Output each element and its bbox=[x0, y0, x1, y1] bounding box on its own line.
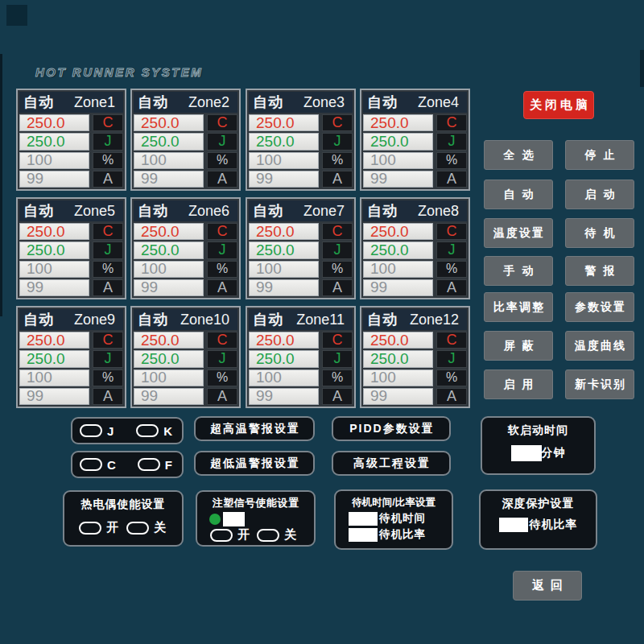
high-temp-alarm-settings-button[interactable]: 超高温警报设置 bbox=[194, 416, 315, 441]
zone-panel-zone11[interactable]: 自动Zone11250.0C250.0J100%99A bbox=[246, 306, 356, 408]
start-button[interactable]: 启动 bbox=[565, 180, 634, 209]
zone-value: 99 bbox=[363, 279, 433, 296]
zone-value: 99 bbox=[19, 279, 89, 296]
zone-row: 99A bbox=[19, 388, 123, 405]
zone-panel-zone9[interactable]: 自动Zone9250.0C250.0J100%99A bbox=[16, 306, 126, 408]
low-temp-alarm-settings-button[interactable]: 超低温警报设置 bbox=[194, 451, 315, 476]
soft-start-minutes-input[interactable] bbox=[511, 445, 542, 461]
standby-ratio-input[interactable] bbox=[349, 528, 378, 542]
zone-unit: J bbox=[207, 133, 237, 150]
zone-row: 250.0J bbox=[19, 133, 123, 150]
zone-name-label: Zone6 bbox=[188, 203, 229, 220]
temp-unit-c-radio[interactable]: C bbox=[80, 458, 116, 472]
zone-value: 250.0 bbox=[249, 332, 319, 349]
shield-button[interactable]: 屏蔽 bbox=[484, 331, 553, 361]
parameter-settings-button[interactable]: 参数设置 bbox=[565, 292, 634, 322]
new-card-recognition-button[interactable]: 新卡识别 bbox=[565, 369, 634, 399]
radio-oval-icon bbox=[257, 529, 279, 542]
advanced-engineering-settings-button[interactable]: 高级工程设置 bbox=[332, 451, 451, 476]
standby-settings-title: 待机时间/比率设置 bbox=[336, 491, 452, 510]
zone-row: 250.0C bbox=[134, 223, 237, 240]
zone-panel-zone6[interactable]: 自动Zone6250.0C250.0J100%99A bbox=[130, 197, 241, 299]
zone-row: 99A bbox=[363, 388, 467, 405]
zone-row: 250.0J bbox=[249, 350, 353, 367]
left-edge-decoration bbox=[0, 54, 2, 316]
zone-value: 100 bbox=[19, 152, 89, 169]
auto-button[interactable]: 自动 bbox=[484, 180, 553, 209]
zone-row: 99A bbox=[19, 171, 123, 188]
zone-unit: C bbox=[207, 114, 237, 131]
zone-row: 250.0C bbox=[19, 114, 123, 131]
zone-panel-zone10[interactable]: 自动Zone10250.0C250.0J100%99A bbox=[130, 306, 241, 408]
select-all-button[interactable]: 全选 bbox=[484, 140, 553, 170]
manual-button[interactable]: 手动 bbox=[484, 256, 553, 286]
zone-panel-zone1[interactable]: 自动Zone1250.0C250.0J100%99A bbox=[16, 89, 126, 191]
ratio-adjust-button[interactable]: 比率调整 bbox=[484, 292, 553, 322]
zone-panel-zone8[interactable]: 自动Zone8250.0C250.0J100%99A bbox=[360, 197, 470, 299]
thermocouple-on-radio[interactable]: 开 bbox=[79, 520, 118, 535]
zone-unit: % bbox=[322, 152, 353, 169]
temp-unit-c-label: C bbox=[107, 458, 116, 472]
radio-oval-icon bbox=[136, 424, 159, 437]
zone-value: 250.0 bbox=[19, 223, 89, 240]
zone-row: 100% bbox=[19, 152, 123, 169]
depth-protection-ratio-label: 待机比率 bbox=[530, 518, 578, 532]
injection-signal-off-label: 关 bbox=[284, 527, 296, 543]
zone-unit: C bbox=[207, 223, 237, 240]
zone-unit: J bbox=[436, 242, 467, 258]
zone-name-label: Zone4 bbox=[418, 94, 459, 111]
zone-mode-label: 自动 bbox=[253, 93, 283, 112]
pidd-parameter-settings-button[interactable]: PIDD参数设置 bbox=[332, 416, 451, 441]
thermo-type-j-radio[interactable]: J bbox=[80, 424, 114, 438]
return-button[interactable]: 返回 bbox=[513, 571, 582, 601]
zone-unit: J bbox=[93, 133, 123, 150]
zone-value: 100 bbox=[249, 261, 319, 278]
zone-value: 99 bbox=[134, 171, 204, 188]
depth-protection-ratio-input[interactable] bbox=[499, 518, 528, 532]
zone-value: 100 bbox=[363, 152, 433, 169]
zone-panel-zone2[interactable]: 自动Zone2250.0C250.0J100%99A bbox=[130, 89, 241, 191]
zone-row: 250.0J bbox=[134, 242, 237, 258]
zone-value: 250.0 bbox=[363, 332, 433, 349]
stop-button[interactable]: 停止 bbox=[565, 140, 634, 170]
zone-panel-zone4[interactable]: 自动Zone4250.0C250.0J100%99A bbox=[360, 89, 470, 191]
zone-value: 250.0 bbox=[19, 242, 89, 258]
standby-button[interactable]: 待机 bbox=[565, 218, 634, 248]
zone-panel-zone12[interactable]: 自动Zone12250.0C250.0J100%99A bbox=[360, 306, 470, 408]
standby-time-ratio-panel: 待机时间/比率设置 待机时间 待机比率 bbox=[334, 489, 453, 550]
injection-signal-on-label: 开 bbox=[237, 527, 250, 543]
zone-panel-zone3[interactable]: 自动Zone3250.0C250.0J100%99A bbox=[246, 89, 356, 191]
zone-row: 250.0C bbox=[249, 332, 353, 349]
injection-signal-on-radio[interactable]: 开 bbox=[210, 527, 250, 543]
zone-name-label: Zone1 bbox=[74, 94, 115, 111]
zone-unit: J bbox=[436, 133, 467, 150]
thermocouple-off-radio[interactable]: 关 bbox=[126, 520, 166, 535]
injection-signal-off-radio[interactable]: 关 bbox=[257, 527, 296, 543]
zone-row: 250.0J bbox=[249, 242, 353, 258]
zone-value: 250.0 bbox=[19, 133, 89, 150]
zone-row: 100% bbox=[363, 152, 467, 169]
alarm-button[interactable]: 警报 bbox=[565, 256, 634, 286]
zone-value: 99 bbox=[363, 171, 433, 188]
zone-panel-zone5[interactable]: 自动Zone5250.0C250.0J100%99A bbox=[16, 197, 126, 299]
zone-header: 自动Zone2 bbox=[134, 92, 237, 113]
thermocouple-on-label: 开 bbox=[106, 520, 118, 535]
temperature-curve-button[interactable]: 温度曲线 bbox=[565, 331, 634, 361]
injection-signal-status-indicator-icon bbox=[209, 514, 221, 525]
zone-unit: C bbox=[322, 223, 353, 240]
zone-row: 250.0C bbox=[134, 114, 237, 131]
zone-unit: % bbox=[322, 261, 353, 278]
zone-row: 99A bbox=[249, 388, 353, 405]
enable-button[interactable]: 启用 bbox=[484, 369, 553, 399]
standby-time-input[interactable] bbox=[349, 512, 378, 526]
temperature-settings-button[interactable]: 温度设置 bbox=[484, 218, 553, 248]
shutdown-computer-button[interactable]: 关闭电脑 bbox=[523, 91, 594, 119]
zone-name-label: Zone5 bbox=[74, 203, 115, 220]
injection-signal-input[interactable] bbox=[223, 512, 245, 526]
thermo-type-k-radio[interactable]: K bbox=[136, 424, 172, 438]
zone-value: 99 bbox=[363, 388, 433, 405]
zone-unit: C bbox=[207, 332, 237, 349]
thermocouple-off-label: 关 bbox=[154, 520, 166, 535]
zone-panel-zone7[interactable]: 自动Zone7250.0C250.0J100%99A bbox=[246, 197, 356, 299]
temp-unit-f-radio[interactable]: F bbox=[138, 458, 172, 472]
